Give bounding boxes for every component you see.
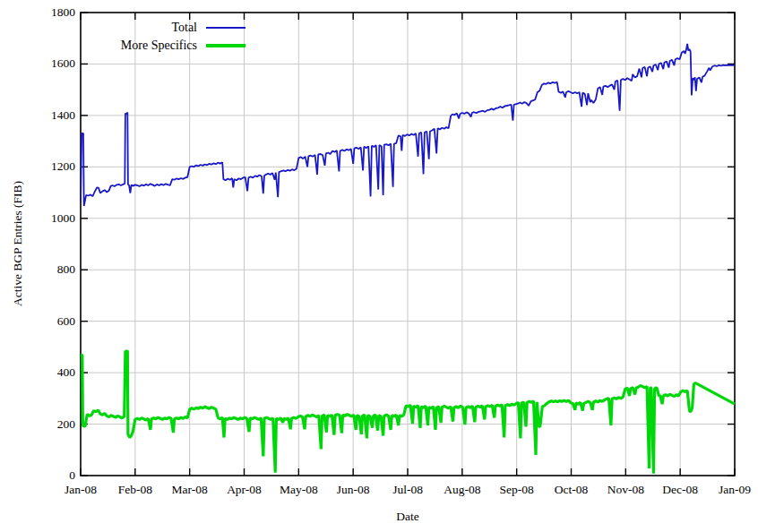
x-tick-label: Feb-08 bbox=[107, 483, 164, 497]
y-tick-label: 1600 bbox=[30, 56, 75, 71]
x-axis-title: Date bbox=[396, 510, 418, 524]
x-tick-label: Dec-08 bbox=[651, 483, 709, 497]
y-tick-label: 1000 bbox=[30, 211, 75, 226]
y-tick-label: 0 bbox=[30, 468, 75, 483]
y-tick-label: 400 bbox=[30, 365, 75, 380]
legend-line-sample bbox=[206, 27, 245, 29]
y-tick-label: 600 bbox=[30, 314, 75, 329]
legend-label: More Specifics bbox=[100, 39, 206, 53]
legend: TotalMore Specifics bbox=[100, 19, 245, 55]
x-tick-label: Sep-08 bbox=[488, 483, 546, 497]
x-tick-label: Jul-08 bbox=[379, 483, 436, 497]
x-tick-label: Jun-08 bbox=[324, 483, 382, 497]
y-tick-label: 800 bbox=[30, 262, 75, 277]
y-tick-label: 1200 bbox=[30, 159, 75, 174]
x-tick-label: Aug-08 bbox=[434, 483, 491, 497]
chart-svg bbox=[0, 0, 758, 532]
x-tick-label: Oct-08 bbox=[543, 483, 600, 497]
x-tick-label: May-08 bbox=[270, 483, 327, 497]
x-tick-label: Nov-08 bbox=[597, 483, 654, 497]
y-tick-label: 200 bbox=[30, 417, 75, 432]
legend-label: Total bbox=[100, 21, 206, 35]
y-tick-label: 1800 bbox=[30, 5, 75, 20]
x-tick-label: Apr-08 bbox=[216, 483, 273, 497]
x-tick-label: Mar-08 bbox=[161, 483, 219, 497]
legend-item-total: Total bbox=[100, 19, 245, 37]
legend-line-sample bbox=[206, 44, 245, 47]
x-tick-label: Jan-09 bbox=[706, 483, 758, 497]
x-tick-label: Jan-08 bbox=[52, 483, 109, 497]
y-tick-label: 1400 bbox=[30, 108, 75, 123]
y-axis-title: Active BGP Entries (FIB) bbox=[11, 181, 25, 306]
legend-item-more-specifics: More Specifics bbox=[100, 37, 245, 55]
bgp-active-entries-chart: 020040060080010001200140016001800 Jan-08… bbox=[0, 0, 758, 532]
